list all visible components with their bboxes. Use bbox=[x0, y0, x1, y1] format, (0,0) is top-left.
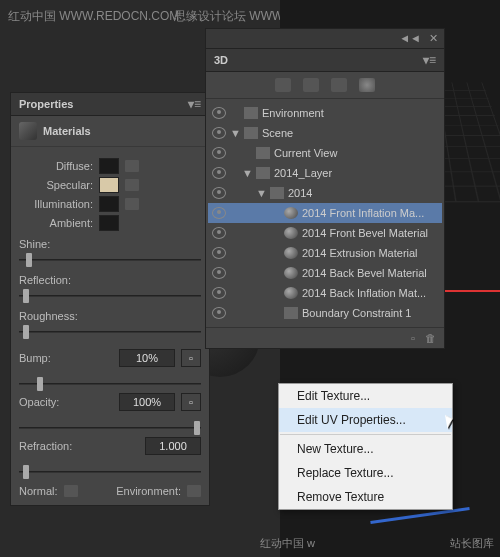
disclosure-icon[interactable]: ▼ bbox=[242, 167, 252, 179]
visibility-eye-icon[interactable] bbox=[212, 207, 226, 219]
sph-icon bbox=[284, 247, 298, 259]
tree-row[interactable]: ▼Scene bbox=[208, 123, 442, 143]
tree-label: 2014 Extrusion Material bbox=[302, 247, 438, 259]
sph-icon bbox=[284, 287, 298, 299]
visibility-eye-icon[interactable] bbox=[212, 187, 226, 199]
diffuse-label: Diffuse: bbox=[19, 160, 93, 172]
materials-label: Materials bbox=[43, 125, 91, 137]
roughness-slider[interactable] bbox=[19, 325, 201, 339]
refraction-label: Refraction: bbox=[19, 440, 139, 452]
environment-label: Environment: bbox=[116, 485, 181, 497]
tree-row[interactable]: 2014 Extrusion Material bbox=[208, 243, 442, 263]
fold-icon bbox=[256, 167, 270, 179]
properties-panel: Properties ▾≡ Materials Diffuse: Specula… bbox=[10, 92, 210, 506]
refraction-value[interactable]: 1.000 bbox=[145, 437, 201, 455]
filter-light-icon[interactable] bbox=[359, 78, 375, 92]
illumination-swatch[interactable] bbox=[99, 196, 119, 212]
context-menu-item[interactable]: New Texture... bbox=[279, 437, 452, 461]
tree-label: 2014 Front Bevel Material bbox=[302, 227, 438, 239]
tree-row[interactable]: Environment bbox=[208, 103, 442, 123]
refraction-thumb[interactable] bbox=[23, 465, 29, 479]
panel-close-icon[interactable]: ✕ bbox=[429, 32, 438, 45]
specular-texture-icon[interactable] bbox=[125, 179, 139, 191]
filter-mesh-icon[interactable] bbox=[303, 78, 319, 92]
opacity-texture-button[interactable]: ▫ bbox=[181, 393, 201, 411]
tree-label: 2014_Layer bbox=[274, 167, 438, 179]
filter-material-icon[interactable] bbox=[331, 78, 347, 92]
bump-label: Bump: bbox=[19, 352, 113, 364]
visibility-eye-icon[interactable] bbox=[212, 267, 226, 279]
properties-header[interactable]: Properties ▾≡ bbox=[11, 93, 209, 116]
tree-label: 2014 Front Inflation Ma... bbox=[302, 207, 438, 219]
illumination-texture-icon[interactable] bbox=[125, 198, 139, 210]
panel-collapse-icon[interactable]: ◄◄ bbox=[399, 32, 421, 45]
roughness-thumb[interactable] bbox=[23, 325, 29, 339]
visibility-eye-icon[interactable] bbox=[212, 307, 226, 319]
disclosure-icon[interactable]: ▼ bbox=[230, 127, 240, 139]
normal-texture-icon[interactable] bbox=[64, 485, 78, 497]
shine-thumb[interactable] bbox=[26, 253, 32, 267]
environment-texture-icon[interactable] bbox=[187, 485, 201, 497]
illumination-label: Illumination: bbox=[19, 198, 93, 210]
con-icon bbox=[284, 307, 298, 319]
bump-texture-button[interactable]: ▫ bbox=[181, 349, 201, 367]
trash-icon[interactable]: 🗑 bbox=[425, 332, 436, 344]
reflection-thumb[interactable] bbox=[23, 289, 29, 303]
scene-icon bbox=[244, 127, 258, 139]
tree-row[interactable]: Boundary Constraint 1 bbox=[208, 303, 442, 323]
specular-swatch[interactable] bbox=[99, 177, 119, 193]
context-menu-item[interactable]: Edit Texture... bbox=[279, 384, 452, 408]
visibility-eye-icon[interactable] bbox=[212, 287, 226, 299]
tree-row[interactable]: 2014 Back Inflation Mat... bbox=[208, 283, 442, 303]
filter-scene-icon[interactable] bbox=[275, 78, 291, 92]
tree-row[interactable]: 2014 Back Bevel Material bbox=[208, 263, 442, 283]
visibility-eye-icon[interactable] bbox=[212, 127, 226, 139]
tree-label: 2014 bbox=[288, 187, 438, 199]
tree-row[interactable]: ▼2014_Layer bbox=[208, 163, 442, 183]
properties-title: Properties bbox=[19, 98, 73, 110]
tree-row[interactable]: Current View bbox=[208, 143, 442, 163]
visibility-eye-icon[interactable] bbox=[212, 107, 226, 119]
cam-icon bbox=[256, 147, 270, 159]
tree-label: Scene bbox=[262, 127, 438, 139]
texture-context-menu: Edit Texture...Edit UV Properties...New … bbox=[278, 383, 453, 510]
visibility-eye-icon[interactable] bbox=[212, 167, 226, 179]
visibility-eye-icon[interactable] bbox=[212, 247, 226, 259]
new-layer-icon[interactable]: ▫ bbox=[411, 332, 415, 344]
tree-row[interactable]: 2014 Front Inflation Ma... bbox=[208, 203, 442, 223]
bump-slider[interactable] bbox=[19, 377, 201, 391]
bump-value[interactable]: 10% bbox=[119, 349, 175, 367]
shine-slider[interactable] bbox=[19, 253, 201, 267]
tree-label: Current View bbox=[274, 147, 438, 159]
opacity-slider[interactable] bbox=[19, 421, 201, 435]
panel-menu-icon[interactable]: ▾≡ bbox=[188, 97, 201, 111]
3d-title: 3D bbox=[214, 54, 228, 66]
watermark-bottom-right-2: 红动中国 w bbox=[260, 536, 315, 551]
reflection-slider[interactable] bbox=[19, 289, 201, 303]
opacity-thumb[interactable] bbox=[194, 421, 200, 435]
bump-thumb[interactable] bbox=[37, 377, 43, 391]
refraction-slider[interactable] bbox=[19, 465, 201, 479]
tree-label: Boundary Constraint 1 bbox=[302, 307, 438, 319]
context-menu-item[interactable]: Edit UV Properties... bbox=[279, 408, 452, 432]
tree-row[interactable]: ▼2014 bbox=[208, 183, 442, 203]
opacity-value[interactable]: 100% bbox=[119, 393, 175, 411]
reflection-label: Reflection: bbox=[19, 274, 201, 286]
tree-row[interactable]: 2014 Front Bevel Material bbox=[208, 223, 442, 243]
context-menu-item[interactable]: Remove Texture bbox=[279, 485, 452, 509]
ambient-swatch[interactable] bbox=[99, 215, 119, 231]
specular-label: Specular: bbox=[19, 179, 93, 191]
env-icon bbox=[244, 107, 258, 119]
visibility-eye-icon[interactable] bbox=[212, 147, 226, 159]
visibility-eye-icon[interactable] bbox=[212, 227, 226, 239]
opacity-label: Opacity: bbox=[19, 396, 113, 408]
sph-icon bbox=[284, 227, 298, 239]
context-menu-item[interactable]: Replace Texture... bbox=[279, 461, 452, 485]
3d-panel-menu-icon[interactable]: ▾≡ bbox=[423, 53, 436, 67]
3d-header[interactable]: 3D ▾≡ bbox=[206, 49, 444, 72]
diffuse-swatch[interactable] bbox=[99, 158, 119, 174]
disclosure-icon[interactable]: ▼ bbox=[256, 187, 266, 199]
diffuse-texture-icon[interactable] bbox=[125, 160, 139, 172]
materials-section-header[interactable]: Materials bbox=[11, 116, 209, 147]
tree-label: Environment bbox=[262, 107, 438, 119]
